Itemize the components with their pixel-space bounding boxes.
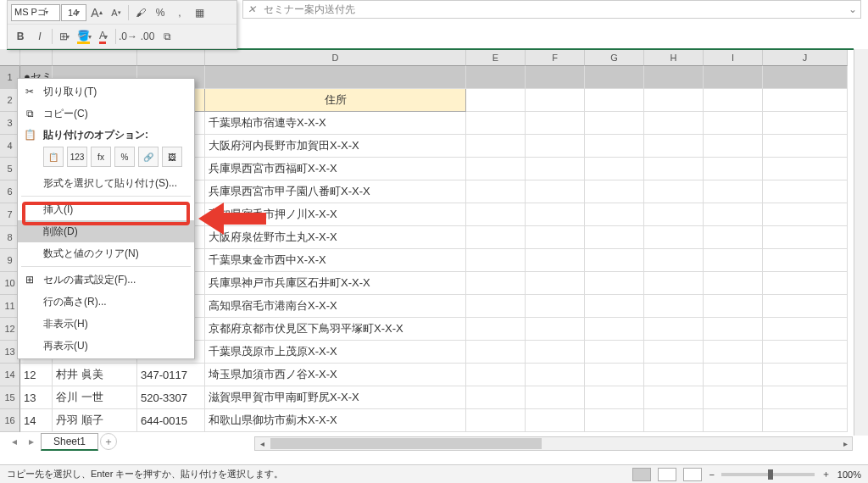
cell[interactable] <box>466 180 526 203</box>
tab-nav-prev[interactable]: ▸ <box>24 436 39 447</box>
zoom-in-button[interactable]: ＋ <box>821 468 831 480</box>
font-size-select[interactable]: 14▾ <box>61 4 86 21</box>
cell[interactable] <box>585 272 644 295</box>
cell[interactable] <box>763 226 848 249</box>
col-header[interactable]: E <box>466 49 526 66</box>
ctx-hide[interactable]: 非表示(H) <box>18 313 194 335</box>
cell[interactable] <box>526 364 585 386</box>
zoom-slider[interactable] <box>721 473 815 476</box>
decrease-font-icon[interactable]: A▾ <box>107 3 125 22</box>
cell[interactable]: 京都府京都市伏見区下鳥羽平塚町X-X-X <box>205 318 466 341</box>
cell[interactable] <box>526 409 585 432</box>
row-header[interactable]: 14 <box>0 364 20 386</box>
cell[interactable] <box>526 341 585 364</box>
ctx-row-height[interactable]: 行の高さ(R)... <box>18 291 194 313</box>
vertical-scrollbar[interactable] <box>854 49 868 436</box>
cell[interactable] <box>763 66 848 89</box>
cell[interactable] <box>704 203 763 226</box>
col-header[interactable]: H <box>644 49 704 66</box>
cell[interactable] <box>526 158 585 180</box>
ctx-format-cells[interactable]: ⊞セルの書式設定(F)... <box>18 269 194 291</box>
cell[interactable] <box>585 66 644 89</box>
cell[interactable] <box>644 180 704 203</box>
cell[interactable] <box>466 272 526 295</box>
cell[interactable] <box>644 364 704 386</box>
cell[interactable] <box>704 318 763 341</box>
cell[interactable]: 谷川 一世 <box>53 386 137 409</box>
cell[interactable] <box>704 386 763 409</box>
cell[interactable]: 千葉県茂原市上茂原X-X-X <box>205 341 466 364</box>
cell[interactable] <box>466 364 526 386</box>
cell[interactable] <box>763 295 848 318</box>
cell[interactable] <box>585 180 644 203</box>
view-page-layout-button[interactable] <box>658 468 676 481</box>
cell[interactable]: 和歌山県御坊市薊木X-X-X <box>205 409 466 432</box>
cell[interactable] <box>466 386 526 409</box>
italic-button[interactable]: I <box>31 27 49 46</box>
cell[interactable] <box>763 409 848 432</box>
cell[interactable]: 347-0117 <box>137 364 205 386</box>
font-color-icon[interactable]: A▾ <box>94 27 113 46</box>
ctx-paste-special[interactable]: 形式を選択して貼り付け(S)... <box>18 172 194 194</box>
col-header[interactable] <box>137 49 205 66</box>
bold-button[interactable]: B <box>11 27 30 46</box>
col-header[interactable]: J <box>763 49 848 66</box>
cell[interactable] <box>585 249 644 272</box>
cell[interactable]: 高知県宿毛市港南台X-X-X <box>205 295 466 318</box>
cell[interactable] <box>585 158 644 180</box>
cell[interactable]: 村井 眞美 <box>53 364 137 386</box>
cell[interactable] <box>704 249 763 272</box>
col-header[interactable] <box>53 49 137 66</box>
cell[interactable] <box>763 364 848 386</box>
cell[interactable] <box>466 66 526 89</box>
horizontal-scrollbar[interactable]: ◂ ▸ <box>254 436 853 451</box>
paste-option-icon[interactable]: % <box>114 147 135 167</box>
cell[interactable] <box>526 135 585 158</box>
cell[interactable]: 埼玉県加須市西ノ谷X-X-X <box>205 364 466 386</box>
cell[interactable] <box>526 249 585 272</box>
cell[interactable] <box>526 226 585 249</box>
cell[interactable] <box>763 203 848 226</box>
ctx-cut[interactable]: ✂切り取り(T) <box>18 80 194 103</box>
cell[interactable]: 兵庫県神戸市兵庫区石井町X-X-X <box>205 272 466 295</box>
col-header[interactable]: I <box>704 49 763 66</box>
cell[interactable] <box>526 89 585 112</box>
cell[interactable] <box>704 295 763 318</box>
paste-option-icon[interactable]: fx <box>91 147 111 167</box>
zoom-out-button[interactable]: − <box>709 469 714 480</box>
cell[interactable] <box>644 318 704 341</box>
cell[interactable] <box>644 203 704 226</box>
cell[interactable] <box>763 249 848 272</box>
cell[interactable]: 644-0015 <box>137 409 205 432</box>
comma-icon[interactable]: , <box>170 3 189 22</box>
cell[interactable]: 14 <box>20 409 53 432</box>
tab-nav-first[interactable]: ◂ <box>7 436 22 447</box>
cell[interactable] <box>526 295 585 318</box>
increase-decimal-icon[interactable]: .00 <box>138 27 157 46</box>
cell[interactable] <box>644 341 704 364</box>
cell[interactable] <box>585 112 644 135</box>
cell[interactable] <box>763 318 848 341</box>
col-header[interactable] <box>20 49 53 66</box>
cell[interactable] <box>466 135 526 158</box>
cell[interactable] <box>644 89 704 112</box>
row-header[interactable]: 15 <box>0 386 20 409</box>
cell[interactable] <box>585 318 644 341</box>
fx-icon[interactable]: ✕ <box>243 3 260 15</box>
cell[interactable] <box>644 249 704 272</box>
cell[interactable] <box>466 249 526 272</box>
cell[interactable]: 住所 <box>205 89 466 112</box>
select-all-corner[interactable] <box>0 49 20 66</box>
paste-option-icon[interactable]: 123 <box>67 147 87 167</box>
cell[interactable] <box>466 112 526 135</box>
cell[interactable] <box>704 272 763 295</box>
cell[interactable] <box>644 66 704 89</box>
font-name-select[interactable]: MS Pゴ▾ <box>11 4 60 21</box>
ctx-unhide[interactable]: 再表示(U) <box>18 335 194 357</box>
cell[interactable] <box>763 158 848 180</box>
view-normal-button[interactable] <box>632 468 651 481</box>
cell[interactable] <box>704 89 763 112</box>
cell[interactable] <box>704 409 763 432</box>
cell[interactable]: 兵庫県西宮市西福町X-X-X <box>205 158 466 180</box>
cell[interactable] <box>585 364 644 386</box>
